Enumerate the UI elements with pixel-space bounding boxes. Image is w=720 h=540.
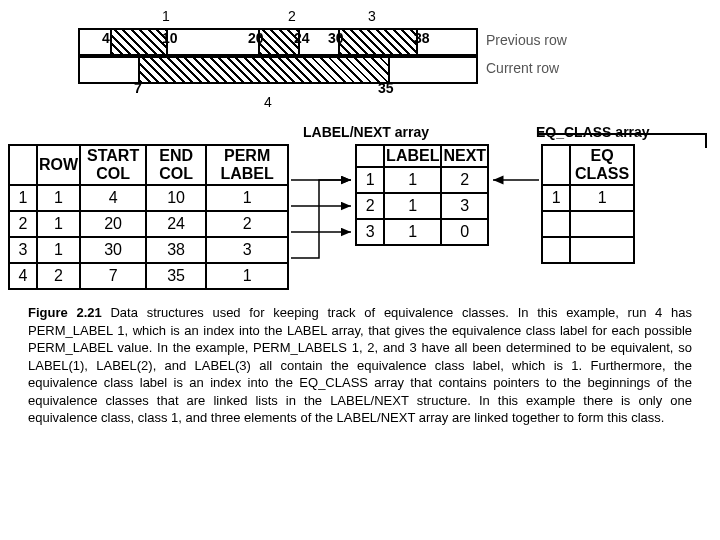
- ln-h2: NEXT: [441, 145, 488, 167]
- arrow-eq-to-label: [489, 144, 541, 264]
- tables-row: ROW START COL END COL PERM LABEL 1 1 4 1…: [8, 144, 712, 290]
- seg1-end: 10: [162, 30, 178, 46]
- caption-text: Data structures used for keeping track o…: [28, 305, 692, 425]
- table-row: [542, 237, 634, 263]
- label-next-table: LABEL NEXT 1 1 2 2 1 3 3 1 0: [355, 144, 489, 246]
- eq-class-table: EQ CLASS 1 1: [541, 144, 635, 264]
- eq-class-heading: EQ_CLASS array: [536, 124, 691, 140]
- table-row: 1 1: [542, 185, 634, 211]
- runs-h1: ROW: [37, 145, 80, 185]
- arrows-runs-to-label: [289, 144, 355, 264]
- curr-start: 7: [134, 80, 142, 96]
- seg3-end: 38: [414, 30, 430, 46]
- runs-table: ROW START COL END COL PERM LABEL 1 1 4 1…: [8, 144, 289, 290]
- eq-h1: EQ CLASS: [570, 145, 634, 185]
- diagram-label-2: 2: [288, 8, 296, 24]
- table-row: 3 1 30 38 3: [9, 237, 288, 263]
- diagram-label-3: 3: [368, 8, 376, 24]
- runs-h3: END COL: [146, 145, 206, 185]
- figure-caption: Figure 2.21 Data structures used for kee…: [8, 304, 712, 427]
- runs-h4: PERM LABEL: [206, 145, 288, 185]
- seg2-start: 20: [248, 30, 264, 46]
- array-headings: LABEL/NEXT array EQ_CLASS array: [8, 124, 712, 140]
- curr-seg: [138, 56, 390, 84]
- table-row: 2 1 20 24 2: [9, 211, 288, 237]
- diagram-label-1: 1: [162, 8, 170, 24]
- current-row-text: Current row: [486, 60, 559, 76]
- seg2-end: 24: [294, 30, 310, 46]
- curr-end: 35: [378, 80, 394, 96]
- runs-h2: START COL: [80, 145, 146, 185]
- label-next-heading: LABEL/NEXT array: [303, 124, 458, 140]
- ln-h1: LABEL: [384, 145, 441, 167]
- table-row: 4 2 7 35 1: [9, 263, 288, 289]
- prev-seg-3: [338, 28, 418, 56]
- diagram-label-4: 4: [264, 94, 272, 110]
- table-row: 1 1 2: [356, 167, 488, 193]
- table-row: 2 1 3: [356, 193, 488, 219]
- table-row: [542, 211, 634, 237]
- caption-label: Figure 2.21: [28, 305, 102, 320]
- table-row: 3 1 0: [356, 219, 488, 245]
- table-row: 1 1 4 10 1: [9, 185, 288, 211]
- seg1-start: 4: [102, 30, 110, 46]
- prev-seg-1: [110, 28, 168, 56]
- previous-row-text: Previous row: [486, 32, 567, 48]
- seg3-start: 30: [328, 30, 344, 46]
- run-diagram: 1 2 3 4 10 20 24 30 38 7 35 4 Previous r…: [78, 8, 578, 118]
